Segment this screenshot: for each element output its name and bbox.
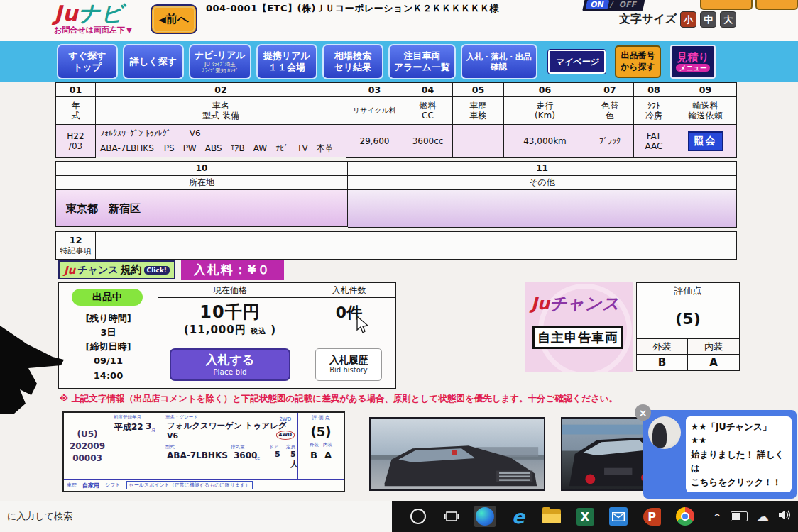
tray-expand-icon[interactable]: ^: [713, 512, 721, 523]
mouse-cursor-icon: [356, 316, 369, 337]
bid-history-button[interactable]: 入札履歴 Bid history: [315, 348, 382, 381]
back-button[interactable]: ◀前へ: [151, 4, 197, 34]
sheet-bottom-strip: 車歴 自家用 シフト セールスポイント（正常に機能するものに限ります）: [64, 480, 344, 491]
remaining-label: [残り時間]: [59, 311, 158, 326]
column-numbers-row: 01 02 03 04 05 06 07 08 09: [55, 82, 737, 97]
font-size-label: 文字サイズ: [619, 12, 677, 27]
year-cell: H22/03: [55, 125, 96, 158]
other-value: [348, 190, 737, 228]
evaluation-header: 評価点: [637, 283, 739, 299]
hand-silhouette: [0, 316, 65, 418]
remaining-value: 3日: [59, 326, 158, 340]
price-with-tax: (11,000円 税込 ): [158, 323, 302, 337]
cut-off-button-2[interactable]: [755, 0, 798, 10]
internet-explorer-icon[interactable]: e: [508, 506, 529, 527]
ju-navi-logo[interactable]: Juナビ お問合せは画面左下▼: [54, 3, 132, 34]
onoff-toggle[interactable]: ON / OFF: [582, 0, 645, 11]
ju-chance-rules-banner[interactable]: Ju チャンス 規約 Click!: [58, 260, 175, 279]
section-labels-row: 所在地 その他: [55, 176, 737, 190]
evaluation-table: 評価点 (5) 外装 内装 B A: [636, 282, 740, 371]
chrome-icon[interactable]: [674, 506, 696, 527]
mail-icon[interactable]: [608, 506, 629, 527]
logo-navi: ナビ: [79, 1, 124, 26]
nav-bar: すぐ探すトップ 詳しく探す ナビ-リアル JU ﾐﾗｲﾌﾞ埼玉 ﾐﾗｲﾌﾞ愛知 …: [0, 41, 798, 82]
edge-icon[interactable]: [474, 506, 496, 527]
vehicle-data-row: H22/03 ﾌｫﾙｸｽﾜｰｹﾞﾝ ﾄｩｱﾚｸﾞV6 ABA-7LBHKSPS …: [55, 125, 737, 158]
volume-icon[interactable]: [778, 509, 792, 524]
color-cell: ﾌﾞﾗｯｸ: [586, 125, 634, 158]
ju-chance-logo: Juチャンス: [531, 292, 619, 315]
status-badge[interactable]: 出品中: [72, 289, 143, 306]
self-declared-badge: 自主申告車両: [532, 326, 623, 349]
section-numbers-row: 10 11: [55, 161, 737, 176]
tab-market-search[interactable]: 相場検索セリ結果: [322, 44, 383, 79]
cortana-icon[interactable]: [408, 506, 429, 527]
back-label: 前へ: [166, 12, 189, 26]
tab-navi-real[interactable]: ナビ-リアル JU ﾐﾗｲﾌﾞ埼玉 ﾐﾗｲﾌﾞ愛知 ﾎﾝﾀﾞ: [189, 44, 251, 79]
system-tray: ^ ☁: [713, 501, 792, 532]
onedrive-icon[interactable]: ☁: [757, 511, 769, 523]
toggle-off[interactable]: OFF: [614, 0, 642, 9]
font-size-medium-button[interactable]: 中: [700, 11, 716, 28]
font-size-large-button[interactable]: 大: [720, 11, 736, 28]
page-title: 004-0001【ETC】(株)ＪＵコーポレーションＫ２ＫＫＫＫＫＫ様: [206, 2, 499, 15]
location-value: 東京都 新宿区: [55, 190, 348, 227]
deadline-date: 09/11: [59, 354, 158, 368]
down-arrow-icon: ▼: [126, 26, 132, 35]
evaluation-values: B A: [637, 355, 739, 370]
font-size-control: 文字サイズ 小 中 大: [619, 11, 736, 28]
deadline-label: [締切日時]: [59, 340, 158, 354]
cc-cell: 3600cc: [403, 125, 453, 158]
sheet-main-fields: 初度登録年月 平成22 3 月 車名・グレード フォルクスワーゲン トゥアレグ …: [111, 413, 297, 480]
powerpoint-icon[interactable]: P: [641, 506, 662, 527]
mypage-button[interactable]: マイページ: [548, 50, 606, 74]
evaluation-labels: 外装 内装: [637, 339, 739, 355]
tab-quick-search-top[interactable]: すぐ探すトップ: [57, 44, 118, 79]
tab-partner-real[interactable]: 提携リアル１１会場: [256, 44, 317, 79]
chat-message: ★★「JUチャンス」★★ 始まりました！ 詳しくは こちらをクリック！！: [686, 416, 792, 492]
vehicle-table: 01 02 03 04 05 06 07 08 09 年式 車名型式 装備 リサ…: [55, 82, 737, 260]
tab-watch-alarm[interactable]: 注目車両アラーム一覧: [388, 44, 456, 79]
bid-times: [残り時間] 3日 [締切日時] 09/11 14:00: [59, 311, 158, 383]
quote-menu-button[interactable]: 見積り メニュー: [670, 45, 716, 79]
close-icon[interactable]: ×: [635, 404, 651, 421]
task-view-icon[interactable]: [441, 506, 462, 527]
banner-row: Ju チャンス 規約 Click! 入札料：¥０: [58, 260, 284, 280]
car-front-illustration: [371, 419, 544, 489]
excel-icon[interactable]: X: [574, 506, 596, 527]
font-size-small-button[interactable]: 小: [680, 11, 696, 28]
tab-bid-confirm[interactable]: 入札・落札・出品確認: [461, 44, 537, 79]
bid-box: 出品中 [残り時間] 3日 [締切日時] 09/11 14:00 現在価格 10…: [58, 282, 396, 389]
current-price: 10千円: [158, 301, 302, 323]
bid-fee-banner: 入札料：¥０: [181, 260, 284, 280]
auction-sheet-image[interactable]: (U5) 202009 00003 初度登録年月 平成22 3 月 車名・グレー…: [62, 411, 345, 492]
deadline-time: 14:00: [59, 369, 158, 383]
car-photo-front[interactable]: [369, 417, 545, 491]
ju-chance-box[interactable]: Juチャンス 自主申告車両: [525, 282, 633, 372]
evaluation-score: (5): [637, 299, 739, 339]
taskbar-icons: e X P: [408, 501, 696, 532]
current-price-column: 現在価格 10千円 (11,000円 税込 ) 入札する Place bid: [158, 283, 302, 388]
bid-status-column: 出品中 [残り時間] 3日 [締切日時] 09/11 14:00: [59, 283, 158, 388]
notes-row: 12 特記事項: [55, 231, 737, 260]
bid-count: 0件: [302, 302, 395, 323]
tab-detailed-search[interactable]: 詳しく探す: [123, 44, 184, 79]
exterior-grade: B: [637, 355, 688, 370]
search-by-number-button[interactable]: 出品番号から探す: [615, 45, 661, 78]
battery-icon[interactable]: [731, 511, 748, 521]
file-explorer-icon[interactable]: [541, 506, 562, 527]
back-arrow-icon: ◀: [159, 14, 166, 25]
search-placeholder: に入力して検索: [7, 510, 72, 523]
interior-grade: A: [688, 355, 739, 370]
sheet-evaluation: 評 価 点 (5) 外装内装 BA: [297, 413, 344, 480]
toggle-on[interactable]: ON: [586, 0, 609, 9]
price-header: 現在価格: [158, 283, 302, 298]
notes-value-cell: [96, 231, 737, 260]
history-cell: [453, 125, 504, 158]
place-bid-button[interactable]: 入札する Place bid: [170, 348, 290, 381]
taskbar-search-box[interactable]: に入力して検索: [0, 501, 392, 532]
cut-off-button-1[interactable]: [700, 0, 753, 10]
toggle-separator: /: [609, 0, 614, 9]
chat-bubble[interactable]: ★★「JUチャンス」★★ 始まりました！ 詳しくは こちらをクリック！！: [643, 410, 797, 499]
inquiry-button[interactable]: 照会: [688, 131, 723, 151]
